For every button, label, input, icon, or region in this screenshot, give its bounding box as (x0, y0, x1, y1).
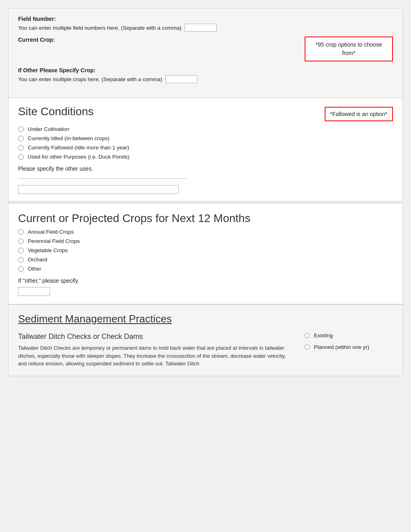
radio-existing-label: Existing (314, 332, 333, 338)
if-other-label: If Other Please Specify Crop: (18, 67, 393, 73)
radio-currently-fallowed-label: Currently Fallowed (Idle more than 1 yea… (28, 145, 129, 151)
radio-planned-input[interactable] (305, 344, 310, 350)
tailwater-left: Tailwater Ditch Checks or Check Dams Tai… (18, 332, 293, 368)
radio-existing-input[interactable] (305, 333, 310, 338)
current-crop-label: Current Crop: (18, 37, 55, 43)
radio-vegetable-crops-input[interactable] (18, 248, 24, 253)
sediment-section: Sediment Management Practices Tailwater … (8, 304, 403, 376)
radio-orchard-label: Orchard (28, 257, 47, 263)
current-crop-row: Current Crop: *95 crop options to choose… (18, 37, 393, 61)
radio-perennial-field-crops: Perennial Field Crops (18, 238, 393, 244)
radio-orchard: Orchard (18, 257, 393, 263)
radio-existing: Existing (305, 332, 393, 338)
crop-options-annotation: *95 crop options to choose from* (305, 37, 393, 61)
radio-annual-field-crops-input[interactable] (18, 229, 24, 235)
field-number-description: You can enter multiple field numbers her… (18, 25, 181, 31)
radio-vegetable-crops: Vegetable Crops (18, 247, 393, 253)
projected-specify-input[interactable] (18, 287, 50, 296)
radio-under-cultivation-label: Under Cultivation (28, 126, 69, 132)
radio-under-cultivation: Under Cultivation (18, 126, 393, 132)
radio-currently-idled-input[interactable] (18, 136, 24, 141)
radio-perennial-field-crops-input[interactable] (18, 238, 24, 244)
radio-other: Other (18, 266, 393, 272)
tailwater-row: Tailwater Ditch Checks or Check Dams Tai… (18, 332, 393, 368)
tailwater-description: Tailwater Ditch Checks are temporary or … (18, 344, 293, 368)
projected-crops-title: Current or Projected Crops for Next 12 M… (18, 212, 393, 225)
radio-currently-idled: Currently Idled (In-between crops) (18, 135, 393, 141)
fallowed-annotation: *Fallowed is an option* (325, 107, 393, 121)
field-number-label: Field Number: (18, 16, 393, 22)
radio-annual-field-crops: Annual Field Crops (18, 229, 393, 235)
if-other-row: You can enter multiple crops here. (Sepa… (18, 75, 393, 83)
radio-currently-fallowed: Currently Fallowed (Idle more than 1 yea… (18, 145, 393, 151)
radio-other-purposes-label: Used for other Purposes (i.e. Duck Ponds… (28, 154, 130, 160)
site-conditions-title: Site Conditions (18, 105, 94, 118)
site-conditions-radio-group: Under Cultivation Currently Idled (In-be… (18, 126, 393, 160)
radio-other-purposes: Used for other Purposes (i.e. Duck Ponds… (18, 154, 393, 160)
radio-planned-label: Planned (within one yr) (314, 344, 369, 350)
radio-other-input[interactable] (18, 266, 24, 272)
tailwater-title: Tailwater Ditch Checks or Check Dams (18, 332, 293, 341)
radio-vegetable-crops-label: Vegetable Crops (28, 247, 68, 253)
tailwater-right: Existing Planned (within one yr) (305, 332, 393, 356)
field-number-input[interactable] (185, 24, 217, 32)
radio-under-cultivation-input[interactable] (18, 126, 24, 132)
radio-currently-idled-label: Currently Idled (In-between crops) (28, 135, 110, 141)
if-other-section: If Other Please Specify Crop: You can en… (18, 67, 393, 83)
radio-perennial-field-crops-label: Perennial Field Crops (28, 238, 80, 244)
site-specify-label: Please specify the other uses. (18, 165, 393, 172)
site-conditions-section: Site Conditions *Fallowed is an option* … (8, 98, 403, 202)
projected-specify-label: If "other," please specify. (18, 277, 393, 284)
projected-crops-section: Current or Projected Crops for Next 12 M… (8, 204, 403, 304)
radio-annual-field-crops-label: Annual Field Crops (28, 229, 74, 235)
radio-planned: Planned (within one yr) (305, 344, 393, 350)
field-number-section: Field Number: You can enter multiple fie… (8, 8, 403, 98)
radio-other-label: Other (28, 266, 41, 272)
radio-other-purposes-input[interactable] (18, 154, 24, 160)
projected-crops-radio-group: Annual Field Crops Perennial Field Crops… (18, 229, 393, 272)
sediment-title: Sediment Management Practices (18, 313, 393, 325)
site-specify-input[interactable] (18, 185, 179, 194)
if-other-input[interactable] (165, 75, 197, 83)
if-other-description: You can enter multiple crops here. (Sepa… (18, 76, 162, 82)
radio-currently-fallowed-input[interactable] (18, 145, 24, 151)
field-number-row: You can enter multiple field numbers her… (18, 24, 393, 32)
radio-orchard-input[interactable] (18, 257, 24, 263)
current-crop-left: Current Crop: (18, 37, 55, 45)
